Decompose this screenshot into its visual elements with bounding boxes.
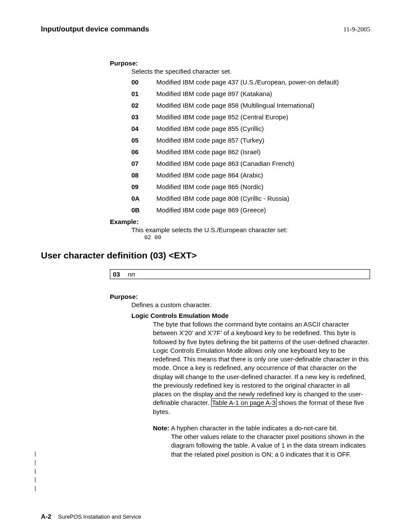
revision-change-bars: ||||| <box>34 450 37 493</box>
note-block: Note: A hyphen character in the table in… <box>153 424 370 459</box>
code-desc: Modified IBM code page 864 (Arabic) <box>156 171 370 179</box>
syntax-box: 03 nn <box>110 269 370 279</box>
footer-page-number: A-2 <box>41 513 51 520</box>
code-row: 0BModified IBM code page 869 (Greece) <box>131 206 370 214</box>
code-key: 05 <box>131 137 156 144</box>
code-desc: Modified IBM code page 858 (Multilingual… <box>156 102 370 109</box>
code-desc: Modified IBM code page 852 (Central Euro… <box>156 113 370 121</box>
code-desc: Modified IBM code page 869 (Greece) <box>156 206 370 214</box>
code-page-list: 00Modified IBM code page 437 (U.S./Europ… <box>131 78 370 214</box>
code-desc: Modified IBM code page 897 (Katakana) <box>156 90 370 97</box>
code-key: 06 <box>131 148 156 156</box>
code-row: 01Modified IBM code page 897 (Katakana) <box>131 90 370 97</box>
running-header-date: 11-9-2005 <box>343 26 370 33</box>
code-key: 08 <box>131 171 156 179</box>
note-label: Note: <box>153 424 169 432</box>
purpose-intro-2: Defines a custom character. <box>131 301 370 308</box>
example-label: Example: <box>110 218 370 225</box>
code-desc: Modified IBM code page 855 (Cyrillic) <box>156 125 370 132</box>
code-desc: Modified IBM code page 437 (U.S./Europea… <box>156 78 370 86</box>
purpose-label-2: Purpose: <box>110 293 370 300</box>
note-body: The other values relate to the character… <box>171 432 370 459</box>
purpose-label: Purpose: <box>110 59 370 67</box>
code-key: 04 <box>131 125 156 132</box>
table-cross-reference-link[interactable]: Table A-1 on page A-3 <box>211 398 277 407</box>
running-header-title: Input/output device commands <box>41 25 149 34</box>
code-row: 07Modified IBM code page 863 (Canadian F… <box>131 160 370 167</box>
code-row: 03Modified IBM code page 852 (Central Eu… <box>131 113 370 121</box>
code-key: 0B <box>131 206 156 214</box>
code-desc: Modified IBM code page 862 (Israel) <box>156 148 370 156</box>
logic-controls-heading: Logic Controls Emulation Mode <box>131 312 370 319</box>
syntax-param: nn <box>128 271 135 278</box>
code-row: 00Modified IBM code page 437 (U.S./Europ… <box>131 78 370 86</box>
code-row: 06Modified IBM code page 862 (Israel) <box>131 148 370 156</box>
logic-controls-body: The byte that follows the command byte c… <box>153 320 370 416</box>
code-desc: Modified IBM code page 865 (Nordic) <box>156 183 370 190</box>
page-footer: A-2 SurePOS Installation and Service <box>41 513 141 520</box>
code-key: 01 <box>131 90 156 97</box>
note-first-line: A hyphen character in the table indicate… <box>169 424 338 432</box>
code-row: 08Modified IBM code page 864 (Arabic) <box>131 171 370 179</box>
example-text: This example selects the U.S./European c… <box>131 226 370 233</box>
code-desc: Modified IBM code page 857 (Turkey) <box>156 137 370 144</box>
code-key: 00 <box>131 78 156 86</box>
code-row: 02Modified IBM code page 858 (Multilingu… <box>131 102 370 109</box>
section-heading-user-char-def: User character definition (03) <EXT> <box>41 250 370 261</box>
example-code: 02 00 <box>144 234 370 241</box>
code-desc: Modified IBM code page 863 (Canadian Fre… <box>156 160 370 167</box>
code-key: 03 <box>131 113 156 121</box>
code-row: 09Modified IBM code page 865 (Nordic) <box>131 183 370 190</box>
code-key: 0A <box>131 195 156 202</box>
code-key: 09 <box>131 183 156 190</box>
code-row: 05Modified IBM code page 857 (Turkey) <box>131 137 370 144</box>
code-desc: Modified IBM code page 808 (Cyrillic - R… <box>156 195 370 202</box>
syntax-opcode: 03 <box>113 271 120 278</box>
footer-doc-title: SurePOS Installation and Service <box>58 513 141 520</box>
code-key: 02 <box>131 102 156 109</box>
body-pre-text: The byte that follows the command byte c… <box>153 320 369 406</box>
code-row: 04Modified IBM code page 855 (Cyrillic) <box>131 125 370 132</box>
code-key: 07 <box>131 160 156 167</box>
code-row: 0AModified IBM code page 808 (Cyrillic -… <box>131 195 370 202</box>
purpose-intro: Selects the specified character set. <box>131 68 370 75</box>
